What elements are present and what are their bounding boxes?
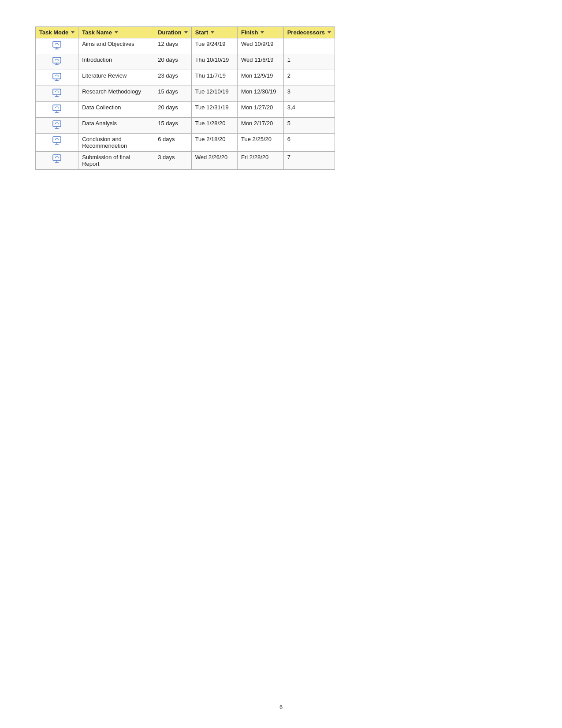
task-mode-cell <box>36 118 78 134</box>
task-name-text: Submission of final <box>82 154 130 161</box>
task-name-cell: Submission of finalReport <box>78 152 154 170</box>
col-header-predecessors[interactable]: Predecessors <box>283 27 335 38</box>
duration-cell: 15 days <box>154 86 191 102</box>
task-name-cell: Conclusion andRecommendetion <box>78 134 154 152</box>
page-container: Task Mode Task Name Duration <box>0 0 562 196</box>
svg-rect-0 <box>53 41 61 47</box>
svg-marker-15 <box>58 92 59 93</box>
task-name-cell: Research Methodology <box>78 86 154 102</box>
svg-rect-8 <box>53 73 61 79</box>
finish-sort-arrow[interactable] <box>261 31 264 34</box>
col-header-duration[interactable]: Duration <box>154 27 191 38</box>
task-mode-cell <box>36 54 78 70</box>
duration-cell: 23 days <box>154 70 191 86</box>
svg-rect-12 <box>53 89 61 95</box>
task-name-header-label: Task Name <box>82 29 112 36</box>
start-cell: Wed 2/26/20 <box>191 152 237 170</box>
task-name-cell: Data Collection <box>78 102 154 118</box>
task-name-cell: Literature Review <box>78 70 154 86</box>
table-row: Research Methodology15 daysTue 12/10/19M… <box>36 86 335 102</box>
task-mode-icon <box>52 72 62 83</box>
svg-marker-11 <box>58 76 59 77</box>
task-mode-cell <box>36 134 78 152</box>
task-mode-icon <box>52 56 62 67</box>
finish-cell: Mon 2/17/20 <box>238 118 284 134</box>
task-name-text: Report <box>82 161 99 167</box>
task-mode-header-label: Task Mode <box>39 29 68 36</box>
finish-cell: Wed 11/6/19 <box>238 54 284 70</box>
predecessors-cell: 3,4 <box>283 102 335 118</box>
duration-cell: 20 days <box>154 102 191 118</box>
finish-cell: Wed 10/9/19 <box>238 38 284 54</box>
start-cell: Tue 2/18/20 <box>191 134 237 152</box>
finish-cell: Tue 2/25/20 <box>238 134 284 152</box>
finish-cell: Fri 2/28/20 <box>238 152 284 170</box>
table-row: Data Collection20 daysTue 12/31/19Mon 1/… <box>36 102 335 118</box>
predecessors-cell: 5 <box>283 118 335 134</box>
col-header-start[interactable]: Start <box>191 27 237 38</box>
task-name-cell: Data Analysis <box>78 118 154 134</box>
task-name-sort-arrow[interactable] <box>115 31 118 34</box>
task-mode-icon <box>52 88 62 99</box>
task-mode-cell <box>36 70 78 86</box>
task-mode-icon <box>52 41 62 52</box>
svg-rect-20 <box>53 121 61 127</box>
table-row: Literature Review23 daysThu 11/7/19Mon 1… <box>36 70 335 86</box>
predecessors-cell <box>283 38 335 54</box>
start-header-label: Start <box>195 29 208 36</box>
table-row: Submission of finalReport3 daysWed 2/26/… <box>36 152 335 170</box>
task-mode-cell <box>36 152 78 170</box>
pred-header-label: Predecessors <box>287 29 325 36</box>
task-name-cell: Aims and Objectives <box>78 38 154 54</box>
duration-sort-arrow[interactable] <box>184 31 188 34</box>
task-mode-cell <box>36 38 78 54</box>
predecessors-cell: 6 <box>283 134 335 152</box>
start-sort-arrow[interactable] <box>211 31 214 34</box>
svg-rect-28 <box>53 155 61 161</box>
duration-cell: 6 days <box>154 134 191 152</box>
predecessors-cell: 2 <box>283 70 335 86</box>
svg-rect-24 <box>53 137 61 142</box>
svg-rect-4 <box>53 57 61 63</box>
svg-marker-7 <box>58 60 59 61</box>
table-row: Aims and Objectives12 daysTue 9/24/19Wed… <box>36 38 335 54</box>
table-row: Conclusion andRecommendetion6 daysTue 2/… <box>36 134 335 152</box>
col-header-finish[interactable]: Finish <box>238 27 284 38</box>
col-header-task-name[interactable]: Task Name <box>78 27 154 38</box>
svg-marker-3 <box>58 44 59 45</box>
col-header-task-mode[interactable]: Task Mode <box>36 27 78 38</box>
duration-cell: 12 days <box>154 38 191 54</box>
start-cell: Tue 12/10/19 <box>191 86 237 102</box>
start-cell: Thu 11/7/19 <box>191 70 237 86</box>
task-mode-icon <box>52 120 62 131</box>
task-name-text: Recommendetion <box>82 142 127 149</box>
svg-marker-31 <box>58 157 59 158</box>
task-mode-cell <box>36 86 78 102</box>
svg-marker-19 <box>58 108 59 108</box>
start-cell: Tue 12/31/19 <box>191 102 237 118</box>
task-mode-cell <box>36 102 78 118</box>
task-mode-sort-arrow[interactable] <box>71 31 74 34</box>
page-number: 6 <box>279 704 283 710</box>
svg-marker-23 <box>58 123 59 124</box>
task-name-text: Conclusion and <box>82 136 122 142</box>
start-cell: Thu 10/10/19 <box>191 54 237 70</box>
task-mode-icon <box>52 104 62 115</box>
duration-cell: 3 days <box>154 152 191 170</box>
predecessors-cell: 3 <box>283 86 335 102</box>
finish-header-label: Finish <box>241 29 258 36</box>
task-mode-icon <box>52 136 62 147</box>
duration-cell: 15 days <box>154 118 191 134</box>
duration-header-label: Duration <box>158 29 181 36</box>
finish-cell: Mon 12/30/19 <box>238 86 284 102</box>
gantt-table: Task Mode Task Name Duration <box>35 26 335 170</box>
start-cell: Tue 1/28/20 <box>191 118 237 134</box>
finish-cell: Mon 12/9/19 <box>238 70 284 86</box>
predecessors-cell: 7 <box>283 152 335 170</box>
task-name-cell: Introduction <box>78 54 154 70</box>
task-mode-icon <box>52 154 62 165</box>
finish-cell: Mon 1/27/20 <box>238 102 284 118</box>
predecessors-cell: 1 <box>283 54 335 70</box>
pred-sort-arrow[interactable] <box>328 31 331 34</box>
table-row: Data Analysis15 daysTue 1/28/20Mon 2/17/… <box>36 118 335 134</box>
